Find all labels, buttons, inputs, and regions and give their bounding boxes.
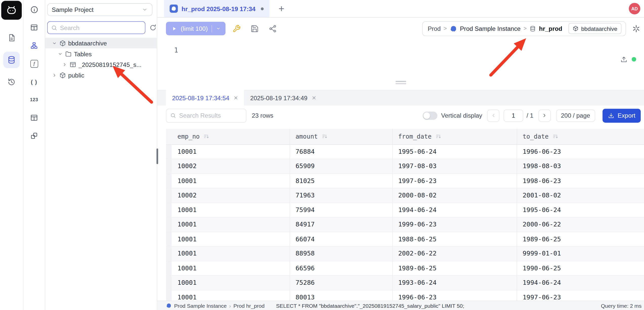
table-cell[interactable]: 1999-06-23 — [392, 217, 517, 232]
schema-chip[interactable]: bbdataarchive — [568, 23, 622, 34]
table-cell[interactable]: 1997-08-03 — [392, 159, 517, 174]
chevron-down-icon[interactable] — [216, 26, 221, 31]
app-logo[interactable] — [1, 1, 22, 20]
table-cell[interactable]: 10001 — [172, 246, 289, 261]
table-cell[interactable]: 75994 — [290, 203, 392, 217]
sort-icon[interactable] — [321, 134, 328, 140]
table-cell[interactable]: 1994-06-24 — [392, 203, 517, 217]
schema-diagram-button[interactable] — [27, 39, 41, 53]
project-select[interactable]: Sample Project — [47, 3, 152, 16]
table-cell[interactable]: 10001 — [172, 173, 289, 188]
table-cell[interactable]: 9999-01-01 — [517, 246, 644, 261]
table-cell[interactable]: 88958 — [290, 246, 392, 261]
table-row[interactable]: 10001768841995-06-241996-06-23 — [166, 144, 644, 159]
close-icon[interactable]: × — [234, 94, 238, 101]
table-cell[interactable]: 10001 — [172, 144, 289, 159]
sequences-button[interactable]: 123 — [27, 93, 41, 107]
prev-page-button[interactable] — [487, 109, 499, 122]
sidebar-search[interactable] — [47, 21, 145, 34]
functions-button[interactable]: ƒ — [27, 57, 41, 70]
caret-right-icon[interactable] — [52, 72, 57, 78]
table-cell[interactable]: 75286 — [290, 275, 392, 290]
table-cell[interactable]: 1998-08-03 — [517, 159, 644, 174]
editor-tab[interactable]: hr_prod 2025-08-19 17:34 — [164, 0, 269, 17]
extensions-button[interactable] — [27, 129, 41, 143]
table-cell[interactable]: 1989-06-25 — [517, 232, 644, 246]
table-cell[interactable]: 66596 — [290, 261, 392, 276]
table-row[interactable]: 10002719632000-08-022001-08-02 — [166, 188, 644, 203]
tree-item-tables-folder[interactable]: Tables — [45, 48, 157, 59]
caret-down-icon[interactable] — [52, 40, 57, 46]
result-search-input[interactable] — [179, 112, 242, 119]
database-nav-button[interactable] — [3, 52, 20, 68]
table-row[interactable]: 10001889582002-06-229999-01-01 — [166, 246, 644, 261]
column-header[interactable]: from_date — [392, 129, 517, 144]
table-cell[interactable]: 2002-06-22 — [392, 246, 517, 261]
table-cell[interactable]: 2001-08-02 — [517, 188, 644, 203]
table-cell[interactable]: 1995-06-24 — [392, 144, 517, 159]
table-cell[interactable]: 1994-06-24 — [517, 275, 644, 290]
pane-resize-grip[interactable] — [395, 81, 406, 84]
result-tab[interactable]: 2025-08-19 17:34:49 × — [244, 90, 322, 106]
table-cell[interactable]: 10001 — [172, 203, 289, 217]
new-tab-button[interactable]: + — [276, 3, 287, 14]
export-button[interactable]: Export — [602, 109, 641, 122]
external-tables-button[interactable] — [27, 111, 41, 125]
page-number-input[interactable] — [503, 109, 523, 122]
tables-button[interactable] — [27, 20, 41, 34]
table-cell[interactable]: 1993-06-24 — [392, 275, 517, 290]
ai-assistant-button[interactable] — [632, 24, 641, 33]
format-sql-button[interactable] — [229, 21, 243, 35]
table-cell[interactable]: 81025 — [290, 173, 392, 188]
sort-icon[interactable] — [203, 134, 210, 140]
table-row[interactable]: 10001665961989-06-251990-06-25 — [166, 261, 644, 276]
table-cell[interactable]: 1998-06-23 — [517, 173, 644, 188]
table-cell[interactable]: 66074 — [290, 232, 392, 246]
upload-button[interactable] — [620, 56, 628, 63]
table-cell[interactable]: 10002 — [172, 159, 289, 174]
sql-editor[interactable]: 1 — [157, 39, 644, 85]
result-search[interactable] — [166, 109, 247, 122]
sort-icon[interactable] — [552, 134, 558, 140]
refresh-button[interactable] — [149, 24, 157, 32]
table-row[interactable]: 10001660741988-06-251989-06-25 — [166, 232, 644, 246]
page-size-select[interactable]: 200 / page — [556, 109, 595, 122]
table-row[interactable]: 10001849171999-06-232000-06-22 — [166, 217, 644, 232]
column-header[interactable]: emp_no — [172, 129, 289, 144]
caret-down-icon[interactable] — [58, 51, 63, 56]
result-tab[interactable]: 2025-08-19 17:34:54 × — [166, 90, 244, 106]
tree-item-database[interactable]: bbdataarchive — [45, 38, 157, 48]
breadcrumb-database[interactable]: hr_prod — [539, 25, 562, 32]
procedures-button[interactable]: ( ) — [27, 75, 41, 89]
tree-item-schema-public[interactable]: public — [45, 70, 157, 80]
info-button[interactable] — [27, 3, 41, 16]
table-cell[interactable]: 1988-06-25 — [392, 232, 517, 246]
vertical-display-toggle[interactable] — [423, 111, 438, 120]
caret-right-icon[interactable] — [62, 62, 67, 67]
table-row[interactable]: 10001752861993-06-241994-06-24 — [166, 275, 644, 290]
share-sheet-button[interactable] — [266, 21, 280, 35]
sort-icon[interactable] — [435, 134, 441, 140]
table-cell[interactable]: 1995-06-24 — [517, 203, 644, 217]
close-icon[interactable]: × — [312, 94, 316, 101]
sidebar-search-input[interactable] — [60, 24, 142, 31]
run-query-button[interactable]: (limit 100) — [166, 22, 225, 35]
column-header[interactable]: to_date — [517, 129, 644, 144]
table-cell[interactable]: 1989-06-25 — [392, 261, 517, 276]
connection-breadcrumb[interactable]: Prod > Prod Sample Instance > hr_prod bb… — [422, 21, 626, 36]
table-cell[interactable]: 71963 — [290, 188, 392, 203]
table-row[interactable]: 10001810251997-06-231998-06-23 — [166, 173, 644, 188]
table-cell[interactable]: 2000-06-22 — [517, 217, 644, 232]
panel-resize-handle[interactable] — [156, 148, 158, 164]
table-cell[interactable]: 1996-06-23 — [517, 144, 644, 159]
table-cell[interactable]: 1997-06-23 — [392, 173, 517, 188]
status-database[interactable]: Prod hr_prod — [233, 302, 264, 308]
breadcrumb-environment[interactable]: Prod — [428, 25, 441, 32]
table-cell[interactable]: 10001 — [172, 232, 289, 246]
table-row[interactable]: 10001759941994-06-241995-06-24 — [166, 203, 644, 217]
table-cell[interactable]: 10001 — [172, 217, 289, 232]
table-cell[interactable]: 76884 — [290, 144, 392, 159]
worksheet-nav-button[interactable] — [3, 30, 20, 46]
next-page-button[interactable] — [538, 109, 551, 122]
table-cell[interactable]: 10001 — [172, 275, 289, 290]
